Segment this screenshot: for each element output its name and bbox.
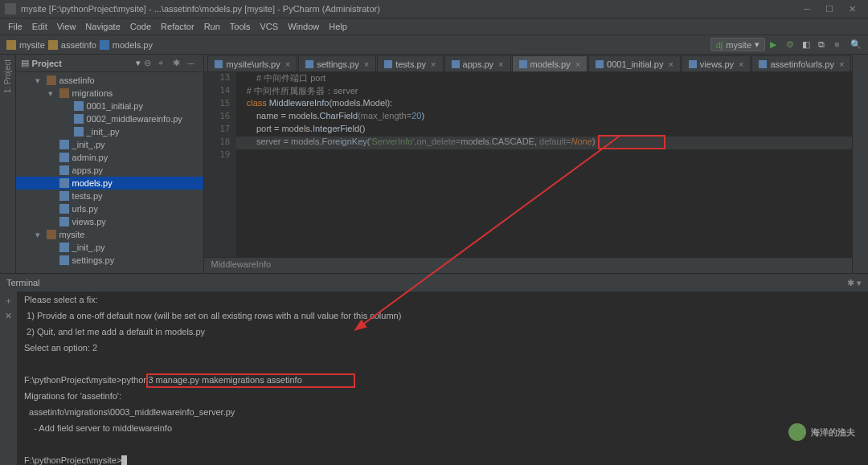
menu-run[interactable]: Run [199, 22, 225, 31]
menu-edit[interactable]: Edit [27, 22, 52, 31]
chevron-down-icon[interactable]: ▾ [136, 58, 141, 68]
tree-folder-migrations[interactable]: ▾migrations [16, 87, 204, 100]
tree-file-models[interactable]: models.py [16, 177, 204, 190]
tab-tests[interactable]: tests.py× [377, 55, 443, 71]
hide-icon[interactable]: ─ [187, 59, 199, 68]
close-icon[interactable]: × [364, 59, 369, 69]
python-file-icon [59, 165, 69, 175]
menu-vcs[interactable]: VCS [256, 22, 284, 31]
terminal-output[interactable]: Please select a fix: 1) Provide a one-of… [18, 292, 868, 465]
code-area[interactable]: 13 14 15 16 17 18 19 # 中间件端口 port # 中间件所… [204, 72, 852, 257]
tab-models[interactable]: models.py× [512, 55, 588, 71]
tab-views[interactable]: views.py× [682, 55, 751, 71]
stop-button[interactable]: ■ [834, 39, 845, 51]
project-sidebar: ▤ Project ▾ ⊖ ⌖ ✱ ─ ▾assetinfo ▾migratio… [16, 55, 205, 273]
close-icon[interactable]: × [575, 59, 580, 69]
python-file-icon [384, 60, 392, 68]
locate-icon[interactable]: ⌖ [158, 58, 170, 68]
close-icon[interactable]: × [668, 59, 673, 69]
gutter: 13 14 15 16 17 18 19 [204, 72, 236, 257]
toolbar: mysite assetinfo models.py dj mysite ▾ ▶… [0, 35, 868, 55]
tree-file-0001[interactable]: 0001_initial.py [16, 100, 204, 112]
tree-file-views[interactable]: views.py [16, 215, 204, 228]
new-session-icon[interactable]: ＋ [3, 295, 14, 306]
package-icon [47, 75, 56, 85]
breadcrumb: mysite assetinfo models.py [6, 40, 710, 50]
close-session-icon[interactable]: ✕ [3, 311, 14, 322]
tree-file-init[interactable]: _init_.py [16, 138, 204, 151]
watermark-icon [788, 423, 806, 441]
tab-0001-initial[interactable]: 0001_initial.py× [588, 55, 681, 71]
python-file-icon [689, 60, 697, 68]
tab-settings[interactable]: settings.py× [298, 55, 376, 71]
tree-file-0002[interactable]: 0002_middlewareinfo.py [16, 112, 204, 125]
profile-button[interactable]: ⧉ [818, 39, 829, 51]
sidebar-header: ▤ Project ▾ ⊖ ⌖ ✱ ─ [16, 55, 204, 72]
close-icon[interactable]: × [498, 59, 503, 69]
minimize-button[interactable]: ─ [796, 4, 818, 14]
terminal-panel: Terminal ✱ ▾ ＋ ✕ Please select a fix: 1)… [0, 273, 868, 465]
menu-view[interactable]: View [52, 22, 81, 31]
python-file-icon [59, 243, 69, 252]
project-tree: ▾assetinfo ▾migrations 0001_initial.py 0… [16, 72, 204, 268]
package-icon [59, 88, 69, 98]
tab-apps[interactable]: apps.py× [444, 55, 511, 71]
maximize-button[interactable]: ☐ [818, 4, 841, 14]
django-icon: dj [716, 40, 723, 50]
crumb-file[interactable]: models.py [113, 40, 153, 50]
python-file-icon [59, 191, 69, 201]
crumb-pkg[interactable]: assetinfo [61, 40, 96, 50]
python-file-icon [59, 217, 69, 226]
gear-icon[interactable]: ✱ [173, 58, 184, 68]
python-file-icon [759, 60, 767, 68]
sidebar-title: Project [32, 59, 137, 68]
search-everywhere-button[interactable]: 🔍 [850, 39, 862, 51]
tree-file-tests[interactable]: tests.py [16, 190, 204, 202]
run-button[interactable]: ▶ [770, 39, 781, 51]
folder-icon: ▤ [21, 58, 29, 68]
menu-navigate[interactable]: Navigate [80, 22, 125, 31]
tree-file-urls[interactable]: urls.py [16, 202, 204, 215]
menu-tools[interactable]: Tools [225, 22, 256, 31]
tree-file-admin[interactable]: admin.py [16, 151, 204, 164]
code-lines[interactable]: # 中间件端口 port # 中间件所属服务器：server class Mid… [236, 72, 852, 257]
tree-folder-assetinfo[interactable]: ▾assetinfo [16, 74, 204, 87]
terminal-title: Terminal [6, 278, 847, 288]
close-button[interactable]: ✕ [841, 4, 863, 14]
close-icon[interactable]: × [285, 59, 290, 69]
python-file-icon [215, 60, 223, 68]
watermark: 海洋的渔夫 [788, 423, 855, 441]
editor-breadcrumb[interactable]: MiddlewareInfo [204, 257, 852, 273]
python-file-icon [74, 127, 84, 137]
menu-window[interactable]: Window [283, 22, 324, 31]
menu-help[interactable]: Help [324, 22, 352, 31]
debug-button[interactable]: ⚙ [786, 39, 797, 51]
run-config-selector[interactable]: dj mysite ▾ [710, 38, 765, 51]
gear-icon[interactable]: ✱ ▾ [847, 278, 862, 288]
tree-file-settings[interactable]: settings.py [16, 254, 204, 267]
app-icon [5, 3, 16, 14]
terminal-cursor [121, 455, 127, 465]
project-toolwindow-tab[interactable]: 1: Project [3, 59, 12, 93]
collapse-icon[interactable]: ⊖ [144, 58, 155, 68]
tree-file-apps[interactable]: apps.py [16, 164, 204, 177]
menu-code[interactable]: Code [125, 22, 156, 31]
tree-file-init2[interactable]: _init_.py [16, 241, 204, 254]
tab-assetinfo-urls[interactable]: assetinfo\urls.py× [751, 55, 851, 71]
menu-file[interactable]: File [3, 22, 27, 31]
left-rail: 1: Project [0, 55, 16, 273]
close-icon[interactable]: × [431, 59, 436, 69]
close-icon[interactable]: × [739, 59, 743, 69]
tree-file-init-m[interactable]: _init_.py [16, 125, 204, 138]
close-icon[interactable]: × [839, 59, 844, 69]
python-file-icon [100, 40, 109, 50]
coverage-button[interactable]: ◧ [802, 39, 813, 51]
python-file-icon [452, 60, 460, 68]
crumb-root[interactable]: mysite [19, 40, 45, 50]
editor-tabs: mysite\urls.py× settings.py× tests.py× a… [204, 55, 852, 72]
tab-mysite-urls[interactable]: mysite\urls.py× [207, 55, 297, 71]
python-file-icon [59, 178, 69, 188]
tree-folder-mysite[interactable]: ▾mysite [16, 228, 204, 241]
current-line-highlight [236, 137, 852, 149]
menu-refactor[interactable]: Refactor [156, 22, 199, 31]
